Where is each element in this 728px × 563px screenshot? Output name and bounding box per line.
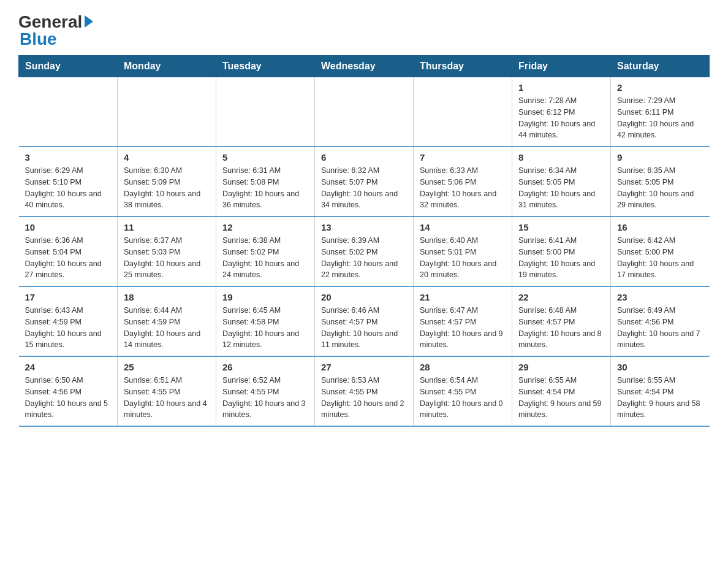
- week-row-2: 3Sunrise: 6:29 AM Sunset: 5:10 PM Daylig…: [19, 147, 710, 216]
- calendar-cell: 30Sunrise: 6:55 AM Sunset: 4:54 PM Dayli…: [611, 356, 710, 426]
- day-number: 8: [518, 152, 604, 163]
- logo-blue-text: Blue: [20, 29, 57, 49]
- calendar-cell: [216, 77, 315, 147]
- header-saturday: Saturday: [611, 56, 710, 77]
- day-number: 13: [321, 222, 407, 232]
- day-info: Sunrise: 6:31 AM Sunset: 5:08 PM Dayligh…: [222, 165, 308, 211]
- calendar-cell: 15Sunrise: 6:41 AM Sunset: 5:00 PM Dayli…: [512, 216, 611, 286]
- calendar-cell: 19Sunrise: 6:45 AM Sunset: 4:58 PM Dayli…: [216, 286, 315, 356]
- calendar-cell: 25Sunrise: 6:51 AM Sunset: 4:55 PM Dayli…: [118, 356, 216, 426]
- day-info: Sunrise: 6:39 AM Sunset: 5:02 PM Dayligh…: [321, 235, 407, 281]
- calendar-cell: 20Sunrise: 6:46 AM Sunset: 4:57 PM Dayli…: [315, 286, 414, 356]
- calendar-cell: [19, 77, 118, 147]
- day-info: Sunrise: 6:38 AM Sunset: 5:02 PM Dayligh…: [222, 235, 308, 281]
- day-number: 29: [518, 362, 604, 372]
- calendar-table: SundayMondayTuesdayWednesdayThursdayFrid…: [18, 55, 710, 427]
- week-row-4: 17Sunrise: 6:43 AM Sunset: 4:59 PM Dayli…: [19, 286, 710, 356]
- calendar-header-row: SundayMondayTuesdayWednesdayThursdayFrid…: [19, 56, 710, 77]
- calendar-cell: 26Sunrise: 6:52 AM Sunset: 4:55 PM Dayli…: [216, 356, 315, 426]
- day-info: Sunrise: 6:35 AM Sunset: 5:05 PM Dayligh…: [617, 165, 703, 211]
- calendar-cell: 21Sunrise: 6:47 AM Sunset: 4:57 PM Dayli…: [414, 286, 512, 356]
- day-info: Sunrise: 6:51 AM Sunset: 4:55 PM Dayligh…: [124, 375, 210, 421]
- day-info: Sunrise: 6:50 AM Sunset: 4:56 PM Dayligh…: [25, 375, 112, 421]
- day-info: Sunrise: 6:41 AM Sunset: 5:00 PM Dayligh…: [518, 235, 604, 281]
- logo: General Blue: [18, 12, 93, 49]
- calendar-cell: [118, 77, 216, 147]
- day-number: 5: [222, 152, 308, 163]
- calendar-cell: 11Sunrise: 6:37 AM Sunset: 5:03 PM Dayli…: [118, 216, 216, 286]
- calendar-cell: 18Sunrise: 6:44 AM Sunset: 4:59 PM Dayli…: [118, 286, 216, 356]
- day-number: 9: [617, 152, 703, 163]
- calendar-cell: 27Sunrise: 6:53 AM Sunset: 4:55 PM Dayli…: [315, 356, 414, 426]
- calendar-cell: [315, 77, 414, 147]
- day-number: 11: [124, 222, 210, 232]
- day-number: 10: [25, 222, 112, 232]
- week-row-1: 1Sunrise: 7:28 AM Sunset: 6:12 PM Daylig…: [19, 77, 710, 147]
- day-info: Sunrise: 6:54 AM Sunset: 4:55 PM Dayligh…: [420, 375, 506, 421]
- day-info: Sunrise: 6:55 AM Sunset: 4:54 PM Dayligh…: [617, 375, 703, 421]
- day-number: 18: [124, 292, 210, 302]
- header-monday: Monday: [118, 56, 216, 77]
- day-number: 7: [420, 152, 506, 163]
- day-info: Sunrise: 6:34 AM Sunset: 5:05 PM Dayligh…: [518, 165, 604, 211]
- day-number: 12: [222, 222, 308, 232]
- day-number: 2: [617, 82, 703, 93]
- calendar-cell: 6Sunrise: 6:32 AM Sunset: 5:07 PM Daylig…: [315, 147, 414, 216]
- day-info: Sunrise: 6:29 AM Sunset: 5:10 PM Dayligh…: [25, 165, 112, 211]
- calendar-cell: 1Sunrise: 7:28 AM Sunset: 6:12 PM Daylig…: [512, 77, 611, 147]
- calendar-cell: 24Sunrise: 6:50 AM Sunset: 4:56 PM Dayli…: [19, 356, 118, 426]
- calendar-cell: 5Sunrise: 6:31 AM Sunset: 5:08 PM Daylig…: [216, 147, 315, 216]
- calendar-cell: 13Sunrise: 6:39 AM Sunset: 5:02 PM Dayli…: [315, 216, 414, 286]
- day-info: Sunrise: 6:46 AM Sunset: 4:57 PM Dayligh…: [321, 305, 407, 351]
- day-number: 26: [222, 362, 308, 372]
- day-info: Sunrise: 6:33 AM Sunset: 5:06 PM Dayligh…: [420, 165, 506, 211]
- day-number: 19: [222, 292, 308, 302]
- day-info: Sunrise: 6:30 AM Sunset: 5:09 PM Dayligh…: [124, 165, 210, 211]
- logo-triangle-icon: [85, 15, 93, 28]
- day-number: 23: [617, 292, 703, 302]
- header-tuesday: Tuesday: [216, 56, 315, 77]
- calendar-cell: 3Sunrise: 6:29 AM Sunset: 5:10 PM Daylig…: [19, 147, 118, 216]
- calendar-cell: 7Sunrise: 6:33 AM Sunset: 5:06 PM Daylig…: [414, 147, 512, 216]
- calendar-cell: 4Sunrise: 6:30 AM Sunset: 5:09 PM Daylig…: [118, 147, 216, 216]
- calendar-cell: 14Sunrise: 6:40 AM Sunset: 5:01 PM Dayli…: [414, 216, 512, 286]
- day-number: 6: [321, 152, 407, 163]
- day-info: Sunrise: 6:52 AM Sunset: 4:55 PM Dayligh…: [222, 375, 308, 421]
- day-number: 16: [617, 222, 703, 232]
- calendar-cell: 12Sunrise: 6:38 AM Sunset: 5:02 PM Dayli…: [216, 216, 315, 286]
- day-info: Sunrise: 6:55 AM Sunset: 4:54 PM Dayligh…: [518, 375, 604, 421]
- day-number: 17: [25, 292, 112, 302]
- day-number: 4: [124, 152, 210, 163]
- page-header: General Blue: [18, 12, 710, 49]
- day-info: Sunrise: 6:45 AM Sunset: 4:58 PM Dayligh…: [222, 305, 308, 351]
- day-info: Sunrise: 7:28 AM Sunset: 6:12 PM Dayligh…: [518, 95, 604, 141]
- calendar-cell: 22Sunrise: 6:48 AM Sunset: 4:57 PM Dayli…: [512, 286, 611, 356]
- day-number: 1: [518, 82, 604, 93]
- calendar-cell: [414, 77, 512, 147]
- day-info: Sunrise: 6:40 AM Sunset: 5:01 PM Dayligh…: [420, 235, 506, 281]
- day-info: Sunrise: 6:44 AM Sunset: 4:59 PM Dayligh…: [124, 305, 210, 351]
- day-number: 24: [25, 362, 112, 372]
- calendar-cell: 16Sunrise: 6:42 AM Sunset: 5:00 PM Dayli…: [611, 216, 710, 286]
- week-row-3: 10Sunrise: 6:36 AM Sunset: 5:04 PM Dayli…: [19, 216, 710, 286]
- day-info: Sunrise: 6:47 AM Sunset: 4:57 PM Dayligh…: [420, 305, 506, 351]
- day-info: Sunrise: 6:43 AM Sunset: 4:59 PM Dayligh…: [25, 305, 112, 351]
- day-number: 20: [321, 292, 407, 302]
- header-sunday: Sunday: [19, 56, 118, 77]
- day-info: Sunrise: 6:36 AM Sunset: 5:04 PM Dayligh…: [25, 235, 112, 281]
- header-wednesday: Wednesday: [315, 56, 414, 77]
- calendar-cell: 17Sunrise: 6:43 AM Sunset: 4:59 PM Dayli…: [19, 286, 118, 356]
- day-number: 21: [420, 292, 506, 302]
- calendar-cell: 9Sunrise: 6:35 AM Sunset: 5:05 PM Daylig…: [611, 147, 710, 216]
- day-info: Sunrise: 6:37 AM Sunset: 5:03 PM Dayligh…: [124, 235, 210, 281]
- day-info: Sunrise: 7:29 AM Sunset: 6:11 PM Dayligh…: [617, 95, 703, 141]
- calendar-cell: 23Sunrise: 6:49 AM Sunset: 4:56 PM Dayli…: [611, 286, 710, 356]
- day-number: 14: [420, 222, 506, 232]
- calendar-cell: 10Sunrise: 6:36 AM Sunset: 5:04 PM Dayli…: [19, 216, 118, 286]
- day-info: Sunrise: 6:32 AM Sunset: 5:07 PM Dayligh…: [321, 165, 407, 211]
- day-info: Sunrise: 6:48 AM Sunset: 4:57 PM Dayligh…: [518, 305, 604, 351]
- day-number: 28: [420, 362, 506, 372]
- day-number: 22: [518, 292, 604, 302]
- day-number: 27: [321, 362, 407, 372]
- day-number: 15: [518, 222, 604, 232]
